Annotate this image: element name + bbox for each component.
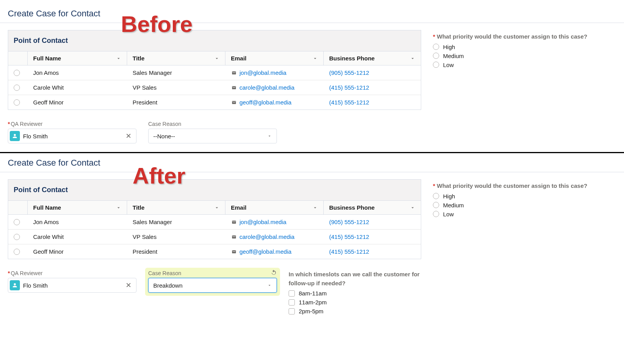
- table-body: Jon Amos Sales Manager jon@global.media …: [8, 65, 421, 110]
- row-radio[interactable]: [14, 85, 20, 91]
- chevron-down-icon: [214, 205, 220, 210]
- column-business-phone[interactable]: Business Phone: [324, 201, 421, 214]
- caret-down-icon: [267, 134, 272, 138]
- column-title[interactable]: Title: [127, 51, 225, 65]
- cell-title: VP Sales: [127, 230, 225, 244]
- priority-radio-low[interactable]: [433, 211, 439, 217]
- qa-reviewer-lookup[interactable]: Flo Smith ✕: [8, 129, 136, 143]
- column-email[interactable]: Email: [225, 51, 324, 65]
- case-reason-field-highlight: Case Reason Breakdown: [145, 268, 280, 296]
- chevron-down-icon: [116, 205, 121, 210]
- column-label: Business Phone: [329, 55, 375, 62]
- lookup-value: Flo Smith: [23, 282, 124, 289]
- column-label: Email: [231, 55, 246, 62]
- cell-name: Carole Whit: [28, 80, 127, 95]
- qa-reviewer-field: * QA Reviewer Flo Smith ✕: [8, 121, 136, 143]
- email-link[interactable]: jon@global.media: [239, 219, 286, 225]
- qa-reviewer-field: * QA Reviewer Flo Smith ✕: [8, 270, 136, 293]
- avatar-icon: [10, 280, 20, 290]
- mail-icon: [231, 235, 237, 239]
- phone-link[interactable]: (415) 555-1212: [329, 233, 369, 240]
- column-select: [8, 51, 28, 65]
- column-email[interactable]: Email: [225, 201, 324, 214]
- table-row: Carole Whit VP Sales carole@global.media…: [8, 80, 421, 95]
- priority-radio-medium[interactable]: [433, 202, 439, 208]
- priority-radio-high[interactable]: [433, 193, 439, 199]
- timeslot-checkbox[interactable]: [289, 308, 295, 315]
- priority-radio-low[interactable]: [433, 62, 439, 68]
- row-radio[interactable]: [14, 234, 20, 240]
- row-radio[interactable]: [14, 99, 20, 106]
- question-text: What priority would the customer assign …: [437, 182, 587, 189]
- checkbox-label: 8am-11am: [299, 290, 327, 297]
- field-label-text: QA Reviewer: [11, 121, 43, 127]
- cell-title: President: [127, 95, 225, 110]
- radio-label: High: [443, 193, 455, 200]
- timeslot-checkbox[interactable]: [289, 299, 295, 306]
- cell-name: Jon Amos: [28, 215, 127, 229]
- table-header: Point of Contact: [8, 30, 421, 51]
- column-full-name[interactable]: Full Name: [28, 201, 127, 214]
- column-title[interactable]: Title: [127, 201, 225, 214]
- cell-title: Sales Manager: [127, 65, 225, 80]
- row-radio[interactable]: [14, 219, 20, 225]
- field-label-text: QA Reviewer: [11, 270, 43, 276]
- title-divider: [0, 23, 624, 23]
- undo-icon[interactable]: [271, 269, 277, 276]
- phone-link[interactable]: (905) 555-1212: [329, 69, 369, 76]
- cell-title: VP Sales: [127, 80, 225, 95]
- cell-name: Geoff Minor: [28, 95, 127, 110]
- chevron-down-icon: [312, 56, 318, 61]
- table-column-row: Full Name Title Email Business Phone: [8, 201, 421, 215]
- checkbox-label: 11am-2pm: [299, 299, 327, 306]
- radio-label: High: [443, 44, 455, 50]
- email-link[interactable]: geoff@global.media: [239, 99, 291, 106]
- phone-link[interactable]: (415) 555-1212: [329, 84, 369, 91]
- clear-lookup-button[interactable]: ✕: [124, 132, 133, 140]
- table-row: Geoff Minor President geoff@global.media…: [8, 244, 421, 259]
- mail-icon: [231, 249, 237, 254]
- case-reason-select[interactable]: Breakdown: [148, 278, 277, 293]
- cell-name: Jon Amos: [28, 65, 127, 80]
- column-full-name[interactable]: Full Name: [28, 51, 127, 65]
- email-link[interactable]: carole@global.media: [239, 233, 294, 240]
- table-row: Geoff Minor President geoff@global.media…: [8, 95, 421, 110]
- table-row: Carole Whit VP Sales carole@global.media…: [8, 230, 421, 244]
- question-text: What priority would the customer assign …: [437, 33, 587, 40]
- email-link[interactable]: carole@global.media: [239, 84, 294, 91]
- table-row: Jon Amos Sales Manager jon@global.media …: [8, 215, 421, 230]
- required-indicator: *: [433, 33, 435, 40]
- column-business-phone[interactable]: Business Phone: [324, 51, 421, 65]
- priority-question: * What priority would the customer assig…: [433, 30, 616, 68]
- select-value: Breakdown: [153, 282, 183, 289]
- clear-lookup-button[interactable]: ✕: [124, 281, 133, 290]
- cell-title: Sales Manager: [127, 215, 225, 229]
- chevron-down-icon: [410, 205, 415, 210]
- caret-down-icon: [267, 283, 272, 288]
- qa-reviewer-lookup[interactable]: Flo Smith ✕: [8, 278, 136, 293]
- column-label: Full Name: [33, 55, 61, 62]
- column-label: Business Phone: [329, 204, 375, 211]
- section-divider: [0, 152, 624, 153]
- case-reason-select[interactable]: --None--: [148, 129, 277, 143]
- priority-radio-high[interactable]: [433, 44, 439, 50]
- radio-label: Low: [443, 62, 454, 68]
- lookup-value: Flo Smith: [23, 133, 124, 140]
- mail-icon: [231, 71, 237, 75]
- email-link[interactable]: jon@global.media: [239, 69, 286, 76]
- table-column-row: Full Name Title Email Business Phone: [8, 51, 421, 65]
- email-link[interactable]: geoff@global.media: [239, 248, 291, 255]
- row-radio[interactable]: [14, 70, 20, 76]
- question-text: In which timeslots can we call the custo…: [289, 270, 421, 288]
- phone-link[interactable]: (905) 555-1212: [329, 219, 369, 225]
- table-row: Jon Amos Sales Manager jon@global.media …: [8, 65, 421, 80]
- phone-link[interactable]: (415) 555-1212: [329, 99, 369, 106]
- required-indicator: *: [8, 121, 10, 127]
- radio-label: Low: [443, 211, 454, 217]
- row-radio[interactable]: [14, 249, 20, 255]
- timeslot-checkbox[interactable]: [289, 290, 295, 297]
- priority-radio-medium[interactable]: [433, 53, 439, 59]
- column-select: [8, 201, 28, 214]
- phone-link[interactable]: (415) 555-1212: [329, 248, 369, 255]
- mail-icon: [231, 85, 237, 90]
